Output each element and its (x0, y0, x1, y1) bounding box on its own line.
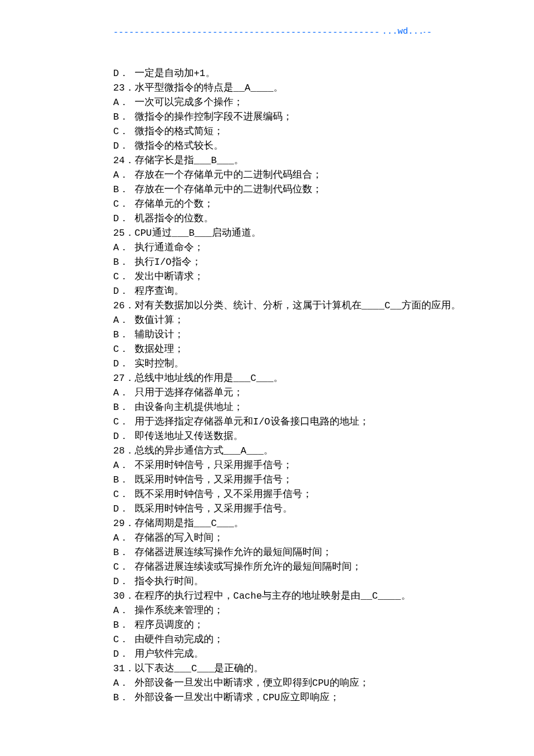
text-line: A． 只用于选择存储器单元； (113, 386, 435, 400)
text-line: D． 用户软件完成。 (113, 647, 435, 661)
text-line: A． 不采用时钟信号，只采用握手信号； (113, 458, 435, 473)
text-line: A． 操作系统来管理的； (113, 603, 435, 618)
document-body: D． 一定是自动加+1。23．水平型微指令的特点是__A____。A． 一次可以… (113, 66, 435, 705)
text-line: C． 存储单元的个数； (113, 197, 435, 211)
text-line: D． 指令执行时间。 (113, 574, 435, 589)
text-line: C． 由硬件自动完成的； (113, 632, 435, 647)
text-line: B． 执行I/O指令； (113, 255, 435, 269)
text-line: 31．以下表达___C___是正确的。 (113, 661, 435, 676)
text-line: C． 用于选择指定存储器单元和I/O设备接口电路的地址； (113, 415, 435, 429)
text-line: D． 一定是自动加+1。 (113, 66, 435, 81)
text-line: A． 执行通道命令； (113, 240, 435, 255)
text-line: D． 既采用时钟信号，又采用握手信号。 (113, 502, 435, 516)
text-line: C． 既不采用时钟信号，又不采用握手信号； (113, 487, 435, 502)
text-line: D． 即传送地址又传送数据。 (113, 429, 435, 444)
text-line: 29．存储周期是指___C___。 (113, 516, 435, 531)
text-line: 26．对有关数据加以分类、统计、分析，这属于计算机在____C__方面的应用。 (113, 298, 435, 313)
text-line: A． 存储器的写入时间； (113, 531, 435, 545)
text-line: C． 微指令的格式简短； (113, 124, 435, 139)
text-line: 30．在程序的执行过程中，Cache与主存的地址映射是由__C____。 (113, 589, 435, 603)
text-line: A． 数值计算； (113, 313, 435, 327)
text-line: 23．水平型微指令的特点是__A____。 (113, 81, 435, 95)
text-line: A． 外部设备一旦发出中断请求，便立即得到CPU的响应； (113, 676, 435, 690)
text-line: B． 外部设备一旦发出中断请求，CPU应立即响应； (113, 690, 435, 705)
document-page: ----------------------------------------… (0, 0, 534, 756)
text-line: B． 微指令的操作控制字段不进展编码； (113, 110, 435, 124)
text-line: B． 程序员调度的； (113, 618, 435, 632)
text-line: D． 程序查询。 (113, 284, 435, 298)
text-line: C． 存储器进展连续读或写操作所允许的最短间隔时间； (113, 560, 435, 574)
text-line: 24．存储字长是指___B___。 (113, 153, 435, 168)
text-line: B． 由设备向主机提供地址； (113, 400, 435, 415)
page-header: ----------------------------------------… (113, 28, 424, 38)
text-line: B． 既采用时钟信号，又采用握手信号； (113, 473, 435, 487)
text-line: A． 存放在一个存储单元中的二进制代码组合； (113, 168, 435, 182)
text-line: B． 存储器进展连续写操作允许的最短间隔时间； (113, 545, 435, 560)
text-line: D． 机器指令的位数。 (113, 211, 435, 226)
text-line: A． 一次可以完成多个操作； (113, 95, 435, 110)
text-line: D． 微指令的格式较长。 (113, 139, 435, 153)
text-line: C． 发出中断请求； (113, 269, 435, 284)
header-wd-label: ...wd... (381, 27, 424, 37)
text-line: C． 数据处理； (113, 342, 435, 357)
text-line: D． 实时控制。 (113, 357, 435, 371)
text-line: 25．CPU通过___B___启动通道。 (113, 226, 435, 240)
text-line: B． 辅助设计； (113, 327, 435, 342)
text-line: 27．总线中地址线的作用是___C___。 (113, 371, 435, 386)
text-line: 28．总线的异步通信方式___A___。 (113, 444, 435, 458)
text-line: B． 存放在一个存储单元中的二进制代码位数； (113, 182, 435, 197)
